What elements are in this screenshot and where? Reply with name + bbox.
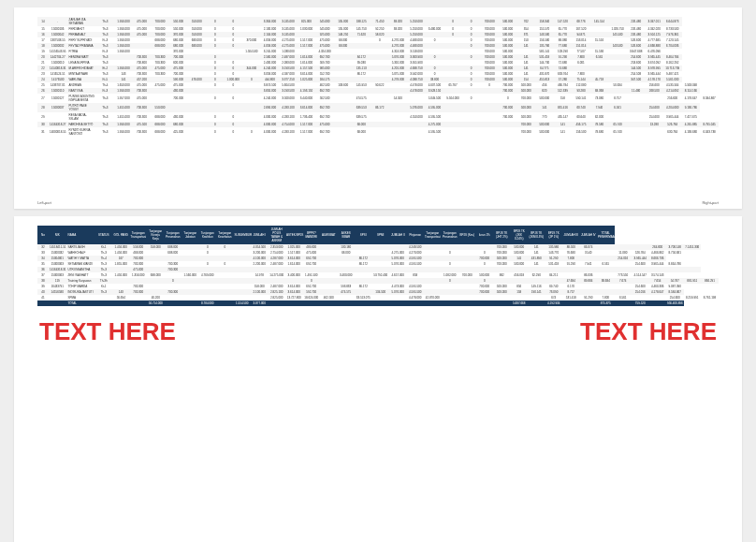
- cell: 430.000: [169, 112, 188, 122]
- cell: 700.300: [169, 94, 188, 103]
- cell: 73.080: [590, 94, 609, 103]
- cell: 68.776: [572, 17, 590, 26]
- cell: 700.300: [133, 127, 152, 137]
- cell: [389, 127, 408, 137]
- cell: [443, 127, 462, 137]
- cell: [442, 300, 459, 306]
- cell: 31: [37, 127, 49, 137]
- cell: 1.956.000: [114, 127, 133, 137]
- col-header: BPJS TK (JKK 0.24%): [511, 226, 529, 244]
- cell: 630.784: [663, 127, 682, 137]
- cell: 700.300: [133, 103, 152, 112]
- cell: 435.147: [554, 112, 573, 122]
- cell: 1.554.500: [234, 300, 252, 306]
- cell: 688.000: [151, 112, 169, 122]
- cell: 475.000: [133, 17, 152, 26]
- cell: 500.000: [517, 103, 536, 112]
- cell: [389, 300, 407, 306]
- cell: 702: [517, 17, 536, 26]
- cell: 5.250.000: [407, 17, 426, 26]
- cell: 6.561: [608, 103, 627, 112]
- cell: [627, 103, 646, 112]
- cell: 254.600: [645, 112, 663, 122]
- cell: 8.584.867: [700, 94, 719, 103]
- cell: [389, 112, 408, 122]
- cell: Th-3: [96, 17, 115, 26]
- cell: 550.000: [151, 103, 169, 112]
- cell: 8.761.198: [701, 295, 719, 300]
- cell: [627, 94, 646, 103]
- cell: 4.192.934: [545, 300, 563, 306]
- cell: [320, 300, 338, 306]
- cell: 5.076.000: [407, 103, 426, 112]
- cell: 14000018.55: [49, 127, 67, 137]
- cell: 145.514: [590, 17, 609, 26]
- cell: 881.951: [684, 278, 702, 284]
- cell: Th-3: [96, 94, 115, 103]
- cell: [338, 300, 356, 306]
- cell: [95, 300, 113, 306]
- col-header: JUMLAH III: [562, 226, 580, 244]
- cell: 226.480: [627, 17, 646, 26]
- cell: [187, 127, 206, 137]
- cell: 1.455.000: [114, 112, 133, 122]
- cell: [627, 112, 646, 122]
- cell: 141: [535, 103, 554, 112]
- cell: 5.687.668: [511, 300, 529, 306]
- cell: [372, 300, 390, 306]
- cell: 700.000: [499, 103, 517, 112]
- cell: [182, 300, 199, 306]
- cell: [627, 127, 646, 137]
- cell: 425.000: [169, 127, 188, 137]
- cell: 700.000: [499, 112, 517, 122]
- cell: [666, 267, 684, 272]
- cell: 4.283.100: [279, 112, 298, 122]
- cell: 6.644.873: [663, 17, 682, 26]
- footer-left: Left-part: [37, 200, 51, 205]
- cell: 562.500: [315, 94, 334, 103]
- cell: 550.000: [169, 17, 188, 26]
- cell: [443, 112, 462, 122]
- cell: [334, 103, 353, 112]
- cell: [424, 300, 442, 306]
- cell: 65.740: [608, 127, 627, 137]
- cell: 4.138.680: [682, 127, 701, 137]
- cell: 0: [206, 17, 225, 26]
- cell: [371, 94, 389, 103]
- col-header: No: [37, 226, 49, 244]
- cell: 78.680: [590, 127, 609, 137]
- cell: 2.890.000: [261, 103, 280, 112]
- cell: 60.640: [572, 112, 590, 122]
- cell: 692.700: [315, 112, 334, 122]
- cell: [242, 103, 261, 112]
- cell: 700.000: [517, 94, 536, 103]
- cell: RESA NADIA-SSLAM: [67, 112, 96, 122]
- cell: 4.595.000: [426, 103, 444, 112]
- cell: [269, 300, 286, 306]
- cell: 956.400.896: [666, 300, 684, 306]
- cell: 0: [206, 127, 225, 137]
- cell: 27: [37, 94, 49, 103]
- cell: [562, 300, 580, 306]
- cell: 9.136.786: [682, 103, 701, 112]
- col-header: STATUS: [95, 226, 113, 244]
- cell: 188.125: [352, 17, 371, 26]
- cell: 158: [554, 94, 573, 103]
- cell: 1.956.000: [114, 17, 133, 26]
- cell: 9.504.000: [443, 94, 462, 103]
- cell: 3.965.444: [663, 112, 682, 122]
- col-header: Tunjangan Kinerja Kerja: [147, 226, 165, 244]
- cell: 500.000: [535, 127, 554, 137]
- cell: [49, 112, 67, 122]
- placeholder-text-left: TEXT HERE: [39, 317, 176, 346]
- cell: 688.000: [151, 127, 169, 137]
- cell: 545.000: [315, 17, 334, 26]
- cell: [389, 103, 408, 112]
- col-header: ASTEK/BPJS: [285, 226, 303, 244]
- cell: [608, 112, 627, 122]
- col-header: JUMLAH POLIS TABAH & ASKEM: [269, 226, 286, 244]
- cell: 71.450: [371, 17, 389, 26]
- cell: 256.600: [663, 94, 682, 103]
- col-header: BPJS TK (JHT 2%): [493, 226, 511, 244]
- cell: 135.000: [334, 17, 353, 26]
